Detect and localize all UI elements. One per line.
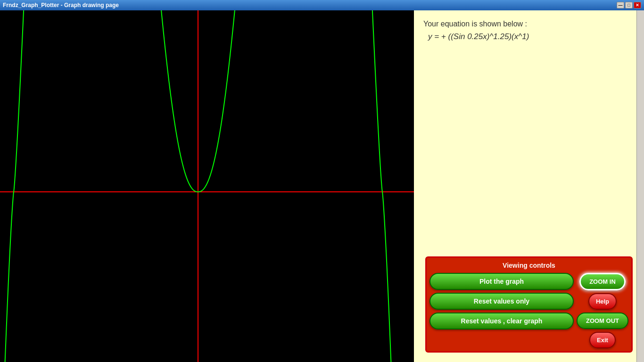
graph-area (0, 10, 414, 362)
exit-button[interactable]: Exit (589, 332, 616, 348)
titlebar-buttons: — □ ✕ (617, 2, 641, 8)
help-button[interactable]: Help (588, 293, 617, 310)
controls-panel: Viewing controls Plot the graph Reset va… (425, 256, 633, 353)
maximize-button[interactable]: □ (625, 2, 633, 8)
titlebar-title: Frndz_Graph_Plotter - Graph drawing page (3, 2, 119, 8)
equation-display: Your equation is shown below : y = + ((S… (414, 10, 644, 256)
reset-clear-button[interactable]: Reset values , clear graph (429, 313, 574, 329)
main-container: Your equation is shown below : y = + ((S… (0, 10, 644, 362)
graph-canvas (0, 10, 414, 362)
minimize-button[interactable]: — (617, 2, 624, 8)
scrollbar[interactable] (636, 10, 644, 362)
zoom-in-button[interactable]: ZOOM IN (579, 273, 626, 290)
right-panel: Your equation is shown below : y = + ((S… (414, 10, 644, 362)
left-buttons: Plot the graph Reset values only Reset v… (429, 273, 574, 348)
plot-button[interactable]: Plot the graph (429, 273, 574, 290)
controls-title: Viewing controls (429, 261, 628, 270)
titlebar: Frndz_Graph_Plotter - Graph drawing page… (0, 0, 644, 10)
zoom-out-button[interactable]: ZOOM OUT (577, 313, 628, 329)
equation-title: Your equation is shown below : (423, 20, 635, 28)
equation-text: y = + ((Sin 0.25x)^1.25)(x^1) (423, 32, 635, 41)
reset-values-button[interactable]: Reset values only (429, 293, 574, 310)
controls-layout: Plot the graph Reset values only Reset v… (429, 273, 628, 348)
close-button[interactable]: ✕ (634, 2, 641, 8)
right-buttons: ZOOM IN Help ZOOM OUT Exit (577, 273, 628, 348)
